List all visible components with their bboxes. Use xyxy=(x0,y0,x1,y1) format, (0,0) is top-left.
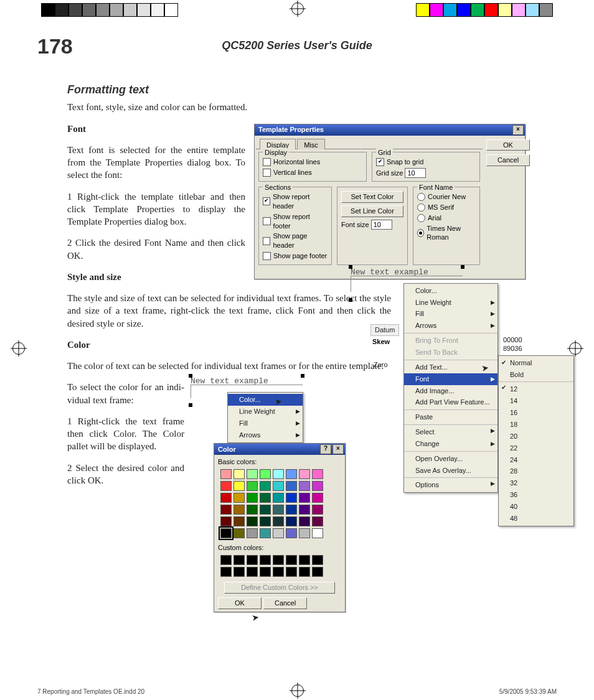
color-swatch[interactable] xyxy=(273,493,284,503)
chevron-right-icon: ▶ xyxy=(296,419,300,427)
font-normal[interactable]: ✔Normal xyxy=(499,357,573,369)
color-swatch[interactable] xyxy=(247,516,258,526)
menu-arrows[interactable]: Arrows▶ xyxy=(404,320,497,332)
ok-button[interactable]: OK xyxy=(486,139,530,151)
color-swatch[interactable] xyxy=(260,481,271,491)
color-swatch[interactable] xyxy=(247,528,258,538)
page-number: 178 xyxy=(37,34,73,58)
text-frame-example: New text example xyxy=(351,267,463,279)
color-swatch[interactable] xyxy=(220,505,232,515)
color-swatch[interactable] xyxy=(247,493,258,503)
font-bold[interactable]: Bold xyxy=(499,369,573,381)
color-swatch[interactable] xyxy=(247,469,258,479)
color-swatch[interactable] xyxy=(260,505,271,515)
menu-arrows-small[interactable]: Arrows▶ xyxy=(228,429,303,441)
color-swatch[interactable] xyxy=(260,469,271,479)
set-line-color-button[interactable]: Set Line Color xyxy=(341,205,403,217)
font-size-input[interactable]: 10 xyxy=(371,220,392,230)
intro-text: Text font, style, size and color can be … xyxy=(67,101,557,113)
horizontal-lines-checkbox[interactable]: Horizontal lines xyxy=(263,157,362,167)
tab-misc[interactable]: Misc xyxy=(297,139,325,150)
color-swatch[interactable] xyxy=(233,505,245,515)
color-dialog-titlebar[interactable]: Color ? × xyxy=(214,444,345,455)
font-size-48[interactable]: 48 xyxy=(499,513,573,525)
color-swatch[interactable] xyxy=(220,516,232,526)
template-properties-dialog: Template Properties × Display Misc Displ xyxy=(254,124,526,279)
grid-size-input[interactable]: 10 xyxy=(405,168,426,178)
color-swatch[interactable] xyxy=(260,516,271,526)
color-swatch[interactable] xyxy=(233,481,245,491)
basic-colors-grid[interactable] xyxy=(220,469,341,538)
color-swatch[interactable] xyxy=(260,493,271,503)
color-swatch[interactable] xyxy=(299,493,310,503)
color-swatch[interactable] xyxy=(273,481,284,491)
font-step-2: 2 Click the desired Font Name and then c… xyxy=(67,236,245,262)
color-swatch[interactable] xyxy=(299,516,310,526)
color-swatch[interactable] xyxy=(299,528,310,538)
show-report-footer-checkbox[interactable]: Show report footer xyxy=(263,212,328,231)
template-properties-titlebar[interactable]: Template Properties × xyxy=(255,124,525,136)
color-swatch[interactable] xyxy=(273,505,284,515)
color-swatch[interactable] xyxy=(273,469,284,479)
show-report-header-checkbox[interactable]: ✔Show report header xyxy=(263,192,328,211)
color-swatch[interactable] xyxy=(273,516,284,526)
color-swatch[interactable] xyxy=(233,493,245,503)
color-swatch[interactable] xyxy=(220,469,232,479)
font-times-radio[interactable]: Times New Roman xyxy=(417,224,476,243)
color-swatch[interactable] xyxy=(312,469,323,479)
menu-lineweight-small[interactable]: Line Weight▶ xyxy=(228,406,303,418)
color-swatch[interactable] xyxy=(220,528,232,538)
color-swatch[interactable] xyxy=(286,481,297,491)
color-swatch[interactable] xyxy=(312,505,323,515)
color-swatch[interactable] xyxy=(286,469,297,479)
help-icon[interactable]: ? xyxy=(320,444,331,454)
menu-color-small[interactable]: Color... xyxy=(228,394,303,406)
color-swatch[interactable] xyxy=(247,505,258,515)
color-cancel-button[interactable]: Cancel xyxy=(263,597,307,609)
set-text-color-button[interactable]: Set Text Color xyxy=(341,191,403,203)
show-page-footer-checkbox[interactable]: Show page footer xyxy=(263,251,328,261)
menu-color[interactable]: Color... xyxy=(404,285,497,297)
close-icon[interactable]: × xyxy=(512,125,524,135)
snap-to-grid-checkbox[interactable]: ✔Snap to grid xyxy=(376,157,476,167)
context-menu-small: Color... Line Weight▶ Fill▶ Arrows▶ xyxy=(227,392,303,442)
skew-label: Skew xyxy=(372,337,390,347)
define-custom-colors-button[interactable]: Define Custom Colors >> xyxy=(224,582,335,594)
color-swatch[interactable] xyxy=(260,528,271,538)
color-swatch[interactable] xyxy=(220,493,232,503)
menu-fill-small[interactable]: Fill▶ xyxy=(228,418,303,429)
font-size-label: Font size xyxy=(341,221,369,228)
menu-send-to-back: Send To Back xyxy=(404,347,497,358)
menu-lineweight[interactable]: Line Weight▶ xyxy=(404,297,497,309)
color-swatch[interactable] xyxy=(312,516,323,526)
color-swatch[interactable] xyxy=(312,493,323,503)
color-swatch[interactable] xyxy=(286,528,297,538)
custom-colors-grid[interactable] xyxy=(220,555,341,577)
color-ok-button[interactable]: OK xyxy=(218,597,262,609)
cancel-button[interactable]: Cancel xyxy=(486,154,530,166)
color-swatch[interactable] xyxy=(299,505,310,515)
close-icon[interactable]: × xyxy=(332,444,344,454)
font-msserif-radio[interactable]: MS Serif xyxy=(417,203,476,212)
color-swatch[interactable] xyxy=(286,516,297,526)
color-swatch[interactable] xyxy=(233,528,245,538)
color-swatch[interactable] xyxy=(233,469,245,479)
font-size-36[interactable]: 36 xyxy=(499,489,573,501)
color-swatch[interactable] xyxy=(312,481,323,491)
color-swatch[interactable] xyxy=(312,528,323,538)
color-swatch[interactable] xyxy=(299,481,310,491)
show-page-header-checkbox[interactable]: Show page header xyxy=(263,231,328,250)
color-swatch[interactable] xyxy=(233,516,245,526)
color-swatch[interactable] xyxy=(299,469,310,479)
font-courier-radio[interactable]: Courier New xyxy=(417,192,476,202)
color-swatch[interactable] xyxy=(247,481,258,491)
font-arial-radio[interactable]: Arial xyxy=(417,213,476,223)
color-swatch[interactable] xyxy=(220,481,232,491)
vertical-lines-checkbox[interactable]: Vertical lines xyxy=(263,168,362,177)
chevron-right-icon: ▶ xyxy=(296,408,300,415)
color-swatch[interactable] xyxy=(273,528,284,538)
color-swatch[interactable] xyxy=(286,493,297,503)
menu-fill[interactable]: Fill▶ xyxy=(404,308,497,320)
color-swatch[interactable] xyxy=(286,505,297,515)
font-size-40[interactable]: 40 xyxy=(499,501,573,513)
